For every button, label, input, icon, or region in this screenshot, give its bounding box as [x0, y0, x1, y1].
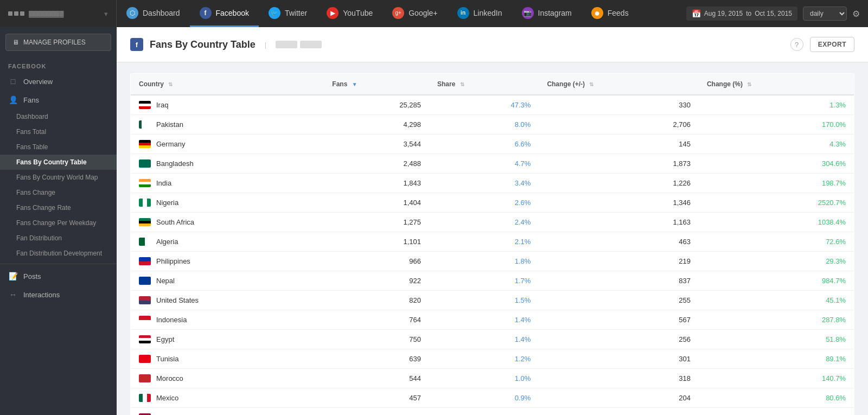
th-change-sort-icon: ⇅ [589, 81, 593, 87]
manage-profiles-button[interactable]: 🖥 MANAGE PROFILES [5, 34, 111, 51]
td-change: 204 [539, 388, 699, 408]
tab-twitter-label: Twitter [285, 9, 307, 17]
country-name: Bangladesh [156, 159, 194, 168]
fans-icon: 👤 [8, 95, 18, 104]
tab-googleplus-label: Google+ [409, 9, 437, 17]
country-flag [139, 199, 151, 207]
facebook-tab-icon: f [200, 7, 212, 19]
help-label: ? [795, 41, 799, 49]
country-name: Egypt [156, 335, 174, 343]
td-country: Nepal [131, 271, 324, 291]
td-fans: 3,544 [324, 135, 429, 154]
sidebar-sub-fans-change-rate[interactable]: Fans Change Rate [0, 200, 117, 215]
date-to: Oct 15, 2015 [755, 10, 792, 17]
td-change: 567 [539, 310, 699, 330]
country-flag [139, 394, 151, 402]
period-select[interactable]: daily weekly monthly [803, 7, 847, 21]
tab-twitter[interactable]: 🐦 Twitter [259, 0, 317, 27]
td-change: 145 [539, 135, 699, 154]
sidebar-sub-fans-change-per-weekday[interactable]: Fans Change Per Weekday [0, 215, 117, 231]
sidebar-item-posts-label: Posts [23, 272, 41, 280]
date-from: Aug 19, 2015 [704, 10, 743, 17]
td-change-pct: 51.8% [699, 330, 854, 349]
sidebar-item-overview-label: Overview [23, 78, 53, 86]
sidebar-item-fans-label: Fans [23, 96, 39, 104]
subtitle-block-1 [276, 41, 297, 48]
tab-instagram[interactable]: 📷 Instagram [512, 0, 582, 27]
tab-facebook[interactable]: f Facebook [190, 0, 259, 27]
sidebar-sub-fans-by-country-table[interactable]: Fans By Country Table [0, 155, 117, 170]
td-change-pct: 1038.4% [699, 213, 854, 232]
brand-dropdown-icon[interactable]: ▾ [104, 10, 108, 18]
interactions-icon: ↔ [8, 290, 18, 299]
sidebar-sub-fans-total-label: Fans Total [16, 128, 46, 136]
export-button[interactable]: EXPORT [810, 37, 854, 52]
th-change[interactable]: Change (+/-) ⇅ [539, 74, 699, 95]
th-share[interactable]: Share ⇅ [429, 74, 539, 95]
tab-youtube[interactable]: ▶ YouTube [317, 0, 382, 27]
td-share: 1.0% [429, 369, 539, 388]
td-change-pct: 304.6% [699, 154, 854, 174]
td-change-pct: 4.3% [699, 135, 854, 154]
country-flag [139, 374, 151, 382]
table-row: Bangladesh 2,4884.7%1,873304.6% [131, 154, 854, 174]
th-fans[interactable]: Fans ▼ [324, 74, 429, 95]
td-country: United States [131, 291, 324, 310]
tab-feeds[interactable]: ● Feeds [582, 0, 639, 27]
sidebar-sub-fan-distribution-development[interactable]: Fan Distribution Development [0, 246, 117, 261]
sidebar-sub-fans-table-label: Fans Table [16, 143, 48, 151]
td-share: 4.7% [429, 154, 539, 174]
sidebar-sub-dashboard[interactable]: Dashboard [0, 109, 117, 124]
td-share: 2.4% [429, 213, 539, 232]
sidebar-item-overview[interactable]: □ Overview [0, 72, 117, 91]
nav-tabs: ⬡ Dashboard f Facebook 🐦 Twitter ▶ YouTu… [117, 0, 678, 27]
country-cell: Bangladesh [139, 159, 316, 168]
sidebar-sub-fans-change[interactable]: Fans Change [0, 185, 117, 200]
sidebar-sub-fans-change-per-weekday-label: Fans Change Per Weekday [16, 219, 96, 227]
tab-linkedin[interactable]: in LinkedIn [448, 0, 512, 27]
country-cell: Philippines [139, 257, 316, 265]
calendar-icon: 📅 [692, 9, 701, 18]
th-country[interactable]: Country ⇅ [131, 74, 324, 95]
country-name: Indonesia [156, 316, 187, 324]
country-cell: Germany [139, 140, 316, 148]
help-icon[interactable]: ? [790, 38, 803, 51]
table-row: Morocco 5441.0%318140.7% [131, 369, 854, 388]
td-fans: 1,404 [324, 193, 429, 213]
table-row: Iraq 25,28547.3%3301.3% [131, 95, 854, 115]
td-country: Algeria [131, 232, 324, 252]
sidebar-item-fans[interactable]: 👤 Fans [0, 91, 117, 109]
top-navigation: ▓▓▓▓▓▓▓▓ ▾ ⬡ Dashboard f Facebook 🐦 Twit… [0, 0, 868, 27]
table-container: Country ⇅ Fans ▼ Share ⇅ Change (+/-) [117, 62, 868, 415]
td-change: 1,226 [539, 174, 699, 193]
sidebar-sub-fans-by-country-world-map-label: Fans By Country World Map [16, 174, 98, 181]
sidebar-item-posts[interactable]: 📝 Posts [0, 267, 117, 285]
sidebar-sub-fans-by-country-world-map[interactable]: Fans By Country World Map [0, 170, 117, 185]
td-change-pct: 89.1% [699, 349, 854, 369]
tab-googleplus[interactable]: g+ Google+ [382, 0, 447, 27]
sidebar-sub-fans-table[interactable]: Fans Table [0, 139, 117, 155]
th-change-pct[interactable]: Change (%) ⇅ [699, 74, 854, 95]
sidebar-sub-fans-total[interactable]: Fans Total [0, 124, 117, 139]
country-name: Nigeria [156, 199, 178, 207]
td-fans: 764 [324, 310, 429, 330]
country-flag [139, 296, 151, 304]
country-name: Philippines [156, 257, 190, 265]
country-flag [139, 218, 151, 226]
country-flag [139, 335, 151, 343]
country-flag [139, 277, 151, 285]
tab-linkedin-label: LinkedIn [474, 9, 502, 17]
sidebar-sub-fan-distribution[interactable]: Fan Distribution [0, 231, 117, 246]
date-range-picker[interactable]: 📅 Aug 19, 2015 to Oct 15, 2015 [686, 7, 797, 21]
topnav-right: 📅 Aug 19, 2015 to Oct 15, 2015 daily wee… [678, 7, 868, 21]
td-country: Sri Lanka [131, 408, 324, 416]
table-row: Indonesia 7641.4%567287.8% [131, 310, 854, 330]
dashboard-tab-icon: ⬡ [126, 7, 138, 19]
tab-dashboard[interactable]: ⬡ Dashboard [117, 0, 190, 27]
page-subtitle [276, 41, 322, 48]
settings-icon[interactable]: ⚙ [852, 9, 860, 19]
country-name: Morocco [156, 374, 183, 382]
sidebar-item-interactions[interactable]: ↔ Interactions [0, 285, 117, 304]
tab-feeds-label: Feeds [608, 9, 629, 17]
facebook-page-icon: f [130, 38, 143, 51]
